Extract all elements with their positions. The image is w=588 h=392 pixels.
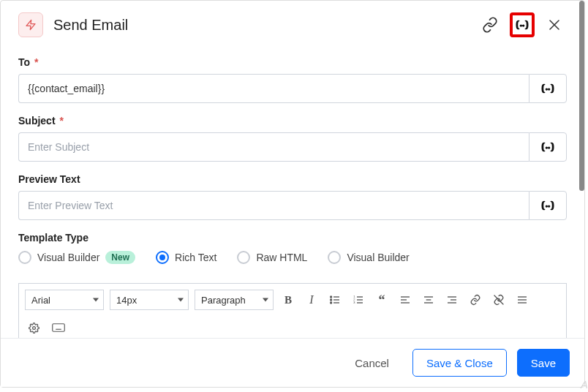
align-left-icon[interactable] xyxy=(396,291,414,309)
svg-point-9 xyxy=(546,206,547,207)
field-label-to: To * xyxy=(18,56,567,68)
field-label-subject: Subject * xyxy=(18,115,567,127)
svg-point-8 xyxy=(549,147,550,148)
italic-icon[interactable]: I xyxy=(303,291,320,309)
required-marker: * xyxy=(34,56,38,68)
label-text: To xyxy=(18,56,30,68)
radio-label: Visual Builder xyxy=(347,252,409,263)
radio-label: Raw HTML xyxy=(256,252,307,263)
select-value: Arial xyxy=(31,295,50,306)
editor-subtoolbar xyxy=(18,316,567,338)
save-button[interactable]: Save xyxy=(517,349,570,377)
watermark: A xyxy=(581,378,588,391)
select-value: Paragraph xyxy=(201,295,246,306)
template-type-options: Visual Builder New Rich Text Raw HTML Vi… xyxy=(18,251,567,264)
svg-text:3: 3 xyxy=(353,301,355,304)
field-label-preview: Preview Text xyxy=(18,173,567,185)
svg-marker-0 xyxy=(26,20,35,29)
font-size-select[interactable]: 14px xyxy=(110,290,189,310)
field-preview: Preview Text xyxy=(18,173,567,220)
input-row-subject xyxy=(18,132,567,162)
bold-icon[interactable]: B xyxy=(279,291,297,309)
svg-point-5 xyxy=(546,88,547,90)
font-family-select[interactable]: Arial xyxy=(25,290,104,310)
field-template-type: Template Type Visual Builder New Rich Te… xyxy=(18,232,567,264)
template-option-visual-builder[interactable]: Visual Builder xyxy=(328,251,409,264)
insert-variable-icon[interactable] xyxy=(529,191,567,220)
save-and-close-button[interactable]: Save & Close xyxy=(412,349,507,377)
svg-point-10 xyxy=(549,206,550,207)
radio-icon xyxy=(328,251,341,264)
radio-label: Rich Text xyxy=(175,252,216,263)
svg-point-11 xyxy=(331,296,332,298)
insert-variable-icon[interactable] xyxy=(529,74,567,103)
template-option-raw-html[interactable]: Raw HTML xyxy=(237,251,307,264)
label-text: Preview Text xyxy=(18,173,80,185)
lightning-icon xyxy=(18,12,43,37)
radio-icon xyxy=(237,251,250,264)
align-justify-icon[interactable] xyxy=(513,291,531,309)
send-email-panel: Send Email To * xyxy=(0,0,585,388)
to-input[interactable] xyxy=(18,74,529,103)
align-right-icon[interactable] xyxy=(443,291,461,309)
block-format-select[interactable]: Paragraph xyxy=(195,290,274,310)
svg-point-6 xyxy=(549,88,550,90)
svg-rect-37 xyxy=(53,324,65,332)
unlink-icon[interactable] xyxy=(490,291,508,309)
bullet-list-icon[interactable] xyxy=(326,291,344,309)
input-row-to xyxy=(18,74,567,103)
svg-point-13 xyxy=(331,299,332,301)
preview-input[interactable] xyxy=(18,191,529,220)
panel-footer: Cancel Save & Close Save xyxy=(1,338,584,387)
svg-point-36 xyxy=(32,326,35,329)
editor-toolbar: Arial 14px Paragraph B I 123 “ xyxy=(18,283,567,316)
subject-input[interactable] xyxy=(18,132,529,162)
label-text: Template Type xyxy=(18,232,88,244)
template-option-visual-builder-new[interactable]: Visual Builder New xyxy=(18,251,135,264)
insert-link-icon[interactable] xyxy=(467,291,484,309)
close-icon[interactable] xyxy=(542,12,567,37)
keyboard-icon[interactable] xyxy=(50,319,67,336)
svg-point-1 xyxy=(520,25,521,26)
link-icon[interactable] xyxy=(478,12,502,37)
required-marker: * xyxy=(60,115,64,127)
radio-icon xyxy=(156,251,169,264)
svg-point-7 xyxy=(546,147,547,148)
panel-header: Send Email xyxy=(1,1,584,45)
panel-title: Send Email xyxy=(53,17,467,34)
radio-icon xyxy=(18,251,31,264)
field-subject: Subject * xyxy=(18,115,567,162)
align-center-icon[interactable] xyxy=(420,291,437,309)
numbered-list-icon[interactable]: 123 xyxy=(350,291,367,309)
template-variable-icon[interactable] xyxy=(510,12,535,37)
cancel-button[interactable]: Cancel xyxy=(342,349,402,377)
panel-content: To * Subject * xyxy=(1,45,584,338)
radio-label: Visual Builder xyxy=(37,252,99,263)
insert-variable-icon[interactable] xyxy=(529,132,567,162)
select-value: 14px xyxy=(116,295,137,306)
label-text: Subject xyxy=(18,115,56,127)
template-option-rich-text[interactable]: Rich Text xyxy=(156,251,216,264)
gear-icon[interactable] xyxy=(25,319,42,336)
header-actions xyxy=(478,12,567,37)
field-to: To * xyxy=(18,56,567,103)
input-row-preview xyxy=(18,191,567,220)
svg-point-15 xyxy=(331,302,332,304)
svg-point-2 xyxy=(523,25,524,26)
new-badge: New xyxy=(105,251,135,264)
field-label-template-type: Template Type xyxy=(18,232,567,244)
quote-icon[interactable]: “ xyxy=(373,291,391,309)
